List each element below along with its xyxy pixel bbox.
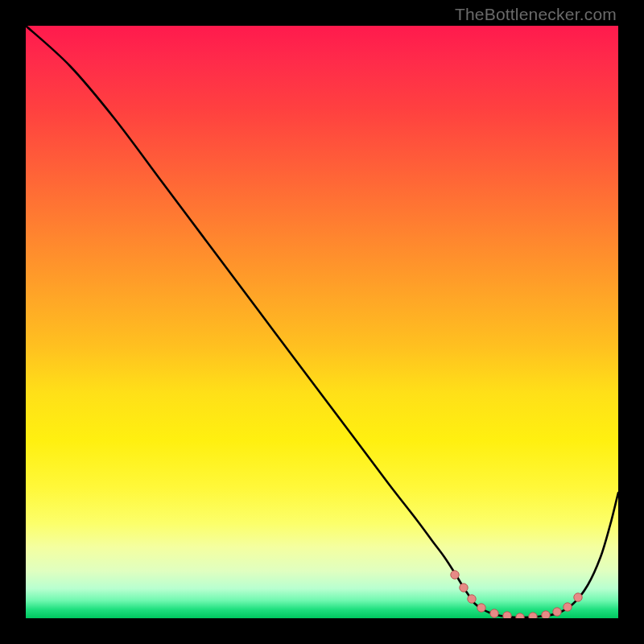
highlight-dot: [460, 584, 468, 592]
highlight-dot: [553, 608, 561, 616]
chart-frame: TheBottlenecker.com: [0, 0, 644, 644]
bottleneck-curve-layer: [26, 26, 618, 618]
highlight-dot: [490, 609, 498, 617]
highlight-dot: [468, 595, 476, 603]
bottleneck-curve: [26, 26, 618, 617]
highlight-dot: [574, 593, 582, 601]
highlight-dot: [529, 613, 537, 618]
curve-path: [26, 26, 618, 617]
highlight-dot: [477, 604, 485, 612]
highlight-dot: [451, 571, 459, 579]
watermark-text: TheBottlenecker.com: [455, 5, 617, 24]
plot-area: [26, 26, 618, 618]
highlight-dot: [503, 612, 511, 618]
highlight-dot: [564, 603, 572, 611]
highlight-dot: [542, 611, 550, 618]
highlight-dot: [516, 613, 524, 618]
